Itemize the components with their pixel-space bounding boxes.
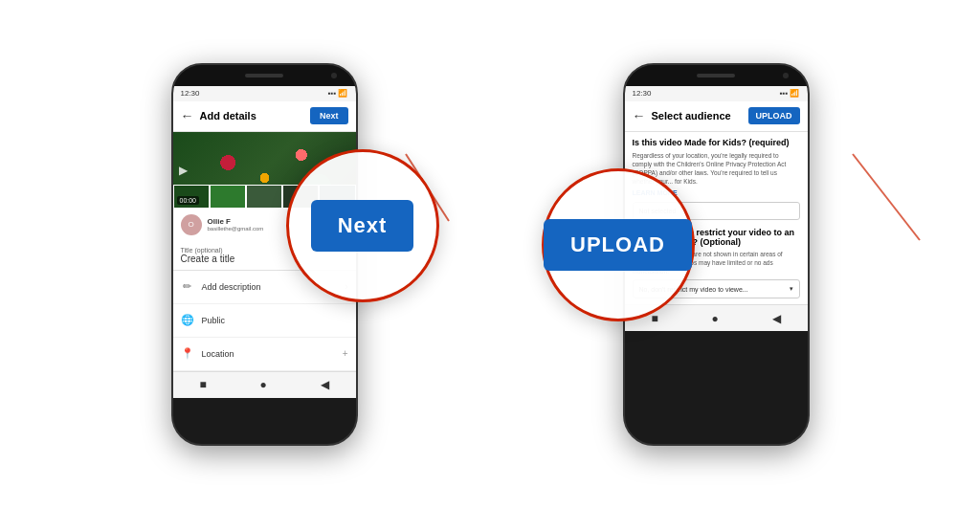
- nav-home-right[interactable]: ●: [711, 312, 718, 325]
- header-title-left: Add details: [200, 110, 310, 121]
- thumb-cell-3: [246, 185, 282, 209]
- menu-item-location[interactable]: 📍 Location +: [173, 338, 356, 371]
- svg-line-1: [853, 154, 920, 240]
- globe-icon: 🌐: [181, 314, 194, 327]
- phone-left-speaker: [245, 74, 283, 77]
- location-icon: 📍: [181, 347, 194, 361]
- circle-callout-left: Next: [286, 149, 439, 302]
- menu-label-public: Public: [202, 316, 348, 325]
- menu-arrow-location: +: [343, 348, 348, 359]
- callout-upload-button[interactable]: UPLOAD: [544, 219, 692, 271]
- status-bar-right: 12:30 ▪▪▪ 📶: [625, 86, 808, 101]
- app-header-left: ← Add details Next: [173, 101, 356, 132]
- nav-stop-right[interactable]: ■: [651, 312, 657, 325]
- phone-right-speaker: [697, 74, 735, 77]
- callout-next-button[interactable]: Next: [311, 200, 414, 252]
- circle-callout-right: UPLOAD: [542, 168, 695, 321]
- menu-item-public[interactable]: 🌐 Public: [173, 304, 356, 338]
- phone-bottom-left: ■ ● ◀: [173, 371, 356, 398]
- phone-left-camera: [331, 73, 337, 78]
- nav-home-left[interactable]: ●: [259, 378, 266, 391]
- dropdown-chevron-icon: ▾: [790, 285, 793, 293]
- next-button[interactable]: Next: [310, 107, 348, 124]
- back-arrow-right[interactable]: ←: [633, 108, 646, 123]
- left-section: 12:30 ▪▪▪ 📶 ← Add details Next ▶: [171, 63, 358, 446]
- avatar-left: O: [181, 214, 202, 235]
- nav-stop-left[interactable]: ■: [199, 378, 206, 391]
- header-title-right: Select audience: [652, 110, 748, 121]
- profile-name-left: Ollie F: [208, 217, 264, 226]
- video-time-left: 00:00: [177, 196, 200, 205]
- back-arrow-left[interactable]: ←: [181, 108, 194, 123]
- profile-info-left: Ollie F basillethe@gmail.com: [208, 217, 264, 232]
- pencil-icon: ✏: [181, 280, 194, 294]
- status-time-left: 12:30: [181, 89, 200, 98]
- thumb-cell-2: [210, 185, 246, 209]
- nav-back-left[interactable]: ◀: [321, 378, 329, 391]
- status-icons-right: ▪▪▪ 📶: [780, 89, 800, 98]
- scene: 12:30 ▪▪▪ 📶 ← Add details Next ▶: [0, 0, 980, 508]
- play-icon: ▶: [179, 164, 188, 177]
- kids-section-title: Is this video Made for Kids? (required): [633, 138, 800, 147]
- phone-right-camera: [783, 73, 789, 78]
- phone-right-top: [625, 65, 808, 86]
- right-section: 12:30 ▪▪▪ 📶 ← Select audience UPLOAD Is …: [623, 63, 810, 446]
- status-icons-left: ▪▪▪ 📶: [328, 89, 348, 98]
- status-bar-left: 12:30 ▪▪▪ 📶: [173, 86, 356, 101]
- menu-label-location: Location: [202, 349, 343, 359]
- upload-button[interactable]: UPLOAD: [748, 107, 800, 124]
- app-header-right: ← Select audience UPLOAD: [625, 101, 808, 132]
- phone-left-top: [173, 65, 356, 86]
- status-time-right: 12:30: [633, 89, 652, 98]
- profile-email-left: basillethe@gmail.com: [208, 226, 264, 232]
- nav-back-right[interactable]: ◀: [772, 312, 781, 325]
